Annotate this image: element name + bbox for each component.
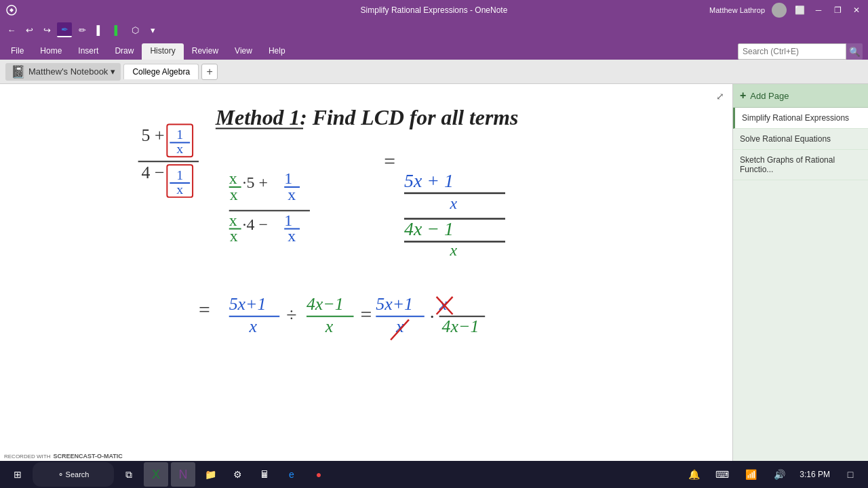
- sound-icon[interactable]: 🔊: [767, 462, 791, 487]
- pen2-btn[interactable]: ✏: [75, 22, 90, 37]
- add-icon: +: [740, 89, 746, 102]
- cortana-btn[interactable]: ⚬ Search: [33, 462, 114, 487]
- start-btn[interactable]: ⊞: [5, 462, 30, 487]
- undo-btn[interactable]: ↩: [22, 22, 37, 37]
- svg-text:x: x: [249, 317, 258, 336]
- svg-text:4 −: 4 −: [142, 163, 165, 182]
- search-bar: 🔍: [738, 43, 863, 60]
- action-center-btn[interactable]: □: [838, 462, 863, 487]
- right-panel: + Add Page Simplify Rational Expressions…: [732, 84, 868, 488]
- notification-icon[interactable]: 🔔: [682, 462, 706, 487]
- explorer-taskbar-btn[interactable]: 📁: [198, 462, 222, 487]
- section-tab-label: College Algebra: [132, 67, 190, 77]
- tab-review[interactable]: Review: [184, 43, 226, 60]
- excel-taskbar-btn[interactable]: X: [144, 462, 168, 487]
- svg-text:x: x: [229, 211, 237, 229]
- math-content: Method 1: Find LCD for all terms 5 + 1 x…: [0, 84, 732, 488]
- svg-text:=: =: [360, 303, 372, 325]
- user-avatar[interactable]: [772, 3, 787, 18]
- quick-access-toolbar: ← ↩ ↪ ✒ ✏ ▌ ▌ ⬡ ▾: [0, 20, 868, 39]
- edge-taskbar-btn[interactable]: e: [279, 462, 304, 487]
- note-canvas[interactable]: ⤢ Method 1: Find LCD for all terms 5 + 1…: [0, 84, 732, 488]
- notebook-name: Matthew's Notebook: [28, 66, 108, 77]
- tab-file[interactable]: File: [3, 43, 32, 60]
- add-page-label: Add Page: [750, 91, 789, 101]
- svg-text:=: =: [384, 150, 395, 172]
- notebook-bar: 📓 Matthew's Notebook ▾ College Algebra +…: [0, 60, 868, 84]
- restore-btn[interactable]: ❐: [831, 4, 844, 16]
- search-input[interactable]: [738, 43, 846, 60]
- app5-taskbar-btn[interactable]: 🖩: [252, 462, 277, 487]
- svg-text:x: x: [288, 227, 296, 245]
- keyboard-icon[interactable]: ⌨: [710, 462, 734, 487]
- tab-insert[interactable]: Insert: [70, 43, 106, 60]
- highlighter1-btn[interactable]: ▌: [92, 22, 107, 37]
- notebook-selector[interactable]: 📓 Matthew's Notebook ▾: [5, 63, 121, 81]
- svg-text:1: 1: [176, 167, 183, 182]
- eraser-btn[interactable]: ⬡: [127, 22, 142, 37]
- task-view-btn[interactable]: ⧉: [117, 462, 141, 487]
- more-btn[interactable]: ▾: [145, 22, 160, 37]
- tab-history[interactable]: History: [142, 43, 183, 60]
- page-link-0[interactable]: Simplify Rational Expressions: [733, 108, 868, 129]
- svg-text:4x − 1: 4x − 1: [404, 219, 454, 240]
- onenote-taskbar-btn[interactable]: N: [171, 462, 195, 487]
- app-icon: [5, 4, 18, 16]
- taskbar: ⊞ ⚬ Search ⧉ X N 📁 ⚙ 🖩 e ● 🔔 ⌨ 📶 🔊 3:16 …: [0, 461, 868, 488]
- section-tab-algebra[interactable]: College Algebra: [123, 64, 199, 79]
- page-link-2[interactable]: Sketch Graphs of Rational Functio...: [733, 150, 868, 180]
- svg-text:1: 1: [176, 127, 183, 142]
- svg-text:x: x: [230, 227, 238, 245]
- tab-help[interactable]: Help: [260, 43, 294, 60]
- user-name: Matthew Lathrop: [709, 6, 765, 14]
- page-link-1[interactable]: Solve Rational Equations: [733, 129, 868, 150]
- svg-text:·5  +: ·5 +: [243, 174, 268, 191]
- clock: 3:16 PM: [795, 470, 834, 479]
- svg-text:÷: ÷: [286, 304, 296, 325]
- screencast-watermark: RECORDED WITH SCREENCAST-O-MATIC: [4, 453, 123, 460]
- svg-text:x: x: [229, 169, 237, 187]
- svg-text:Method 1: Find LCD for all ter: Method 1: Find LCD for all terms: [215, 106, 519, 129]
- highlighter2-btn[interactable]: ▌: [110, 22, 125, 37]
- svg-text:=: =: [199, 298, 210, 321]
- svg-text:x: x: [325, 317, 334, 336]
- add-page-button[interactable]: + Add Page: [733, 84, 868, 108]
- svg-text:x: x: [176, 182, 183, 197]
- svg-text:·: ·: [430, 306, 435, 327]
- svg-text:x: x: [288, 186, 296, 203]
- svg-text:5 +: 5 +: [142, 125, 165, 145]
- minimize-btn[interactable]: ─: [812, 4, 825, 16]
- main-area: ⤢ Method 1: Find LCD for all terms 5 + 1…: [0, 84, 868, 488]
- app4-taskbar-btn[interactable]: ⚙: [225, 462, 250, 487]
- svg-text:5x+1: 5x+1: [229, 294, 267, 314]
- svg-text:x: x: [450, 241, 458, 259]
- title-bar: Simplify Rational Expressions - OneNote …: [0, 0, 868, 20]
- search-button[interactable]: 🔍: [846, 43, 863, 60]
- app6-taskbar-btn[interactable]: ●: [307, 462, 331, 487]
- back-btn[interactable]: ←: [4, 22, 19, 37]
- titlebar-left: [5, 4, 18, 16]
- svg-text:x: x: [176, 141, 183, 156]
- svg-text:1: 1: [284, 211, 292, 229]
- tab-view[interactable]: View: [226, 43, 260, 60]
- add-section-btn[interactable]: +: [201, 64, 218, 80]
- svg-text:x: x: [450, 195, 458, 212]
- tablet-mode-btn[interactable]: ⬜: [793, 4, 806, 16]
- pen1-btn[interactable]: ✒: [57, 22, 72, 37]
- window-title: Simplify Rational Expressions - OneNote: [361, 5, 508, 15]
- tab-draw[interactable]: Draw: [106, 43, 142, 60]
- svg-text:4x−1: 4x−1: [442, 317, 479, 336]
- svg-text:4x−1: 4x−1: [307, 294, 344, 314]
- taskbar-right: 🔔 ⌨ 📶 🔊 3:16 PM □: [682, 462, 863, 487]
- svg-text:5x + 1: 5x + 1: [404, 170, 454, 191]
- svg-text:5x+1: 5x+1: [376, 294, 413, 314]
- svg-text:·4  −: ·4 −: [243, 216, 268, 233]
- network-icon[interactable]: 📶: [738, 462, 763, 487]
- titlebar-controls: Matthew Lathrop ⬜ ─ ❐ ✕: [709, 3, 863, 18]
- svg-text:1: 1: [284, 169, 292, 187]
- svg-text:x: x: [230, 186, 238, 203]
- tab-home[interactable]: Home: [32, 43, 70, 60]
- redo-btn[interactable]: ↪: [39, 22, 54, 37]
- close-btn[interactable]: ✕: [850, 4, 863, 16]
